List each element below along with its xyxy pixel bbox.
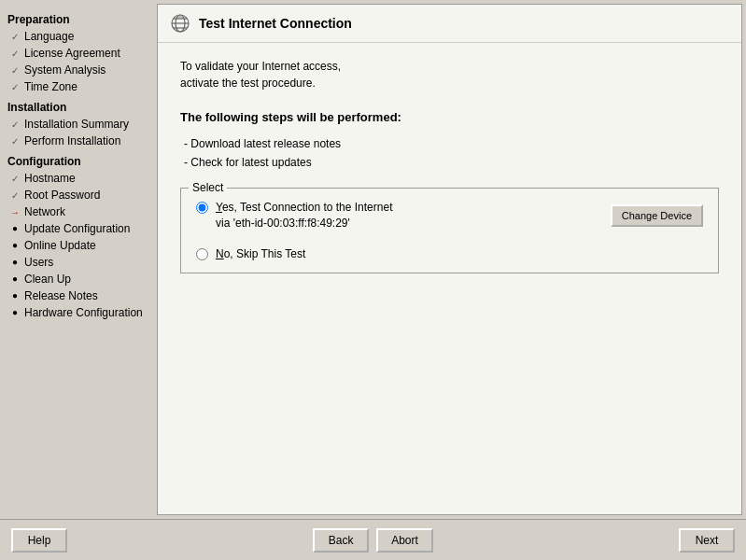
radio-yes-label[interactable]: Yes, Test Connection to the Internet via… xyxy=(216,200,392,231)
bullet-icon: ● xyxy=(7,224,22,233)
sidebar-section-preparation: Preparation xyxy=(0,7,157,28)
back-button[interactable]: Back xyxy=(313,528,369,553)
sidebar-item-network[interactable]: → Network xyxy=(0,203,157,220)
bullet-icon: ● xyxy=(7,291,22,301)
intro-line1: To validate your Internet access, xyxy=(180,58,719,75)
radio-no-option[interactable]: No, Skip This Test xyxy=(196,246,703,262)
sidebar-item-license[interactable]: ✓ License Agreement xyxy=(0,45,157,62)
sidebar-item-timezone[interactable]: ✓ Time Zone xyxy=(0,78,157,95)
sidebar-item-language[interactable]: ✓ Language xyxy=(0,28,157,45)
sidebar: Preparation ✓ Language ✓ License Agreeme… xyxy=(0,0,157,519)
sidebar-item-label: Hardware Configuration xyxy=(24,306,143,319)
bullet-icon: ● xyxy=(7,308,22,317)
check-icon: ✓ xyxy=(7,136,22,147)
radio-yes-input[interactable] xyxy=(196,202,208,214)
sidebar-item-label: Language xyxy=(24,30,74,43)
sidebar-item-label: Installation Summary xyxy=(24,118,129,131)
check-icon: ✓ xyxy=(7,119,22,130)
check-icon: ✓ xyxy=(7,49,22,59)
sidebar-item-online-update[interactable]: ● Online Update xyxy=(0,237,157,254)
change-device-button[interactable]: Change Device xyxy=(611,204,703,227)
bullet-icon: ● xyxy=(7,258,22,267)
select-box: Select Yes, Test Connection to the Inter… xyxy=(180,188,719,273)
check-icon: ✓ xyxy=(7,82,22,92)
sidebar-item-clean-up[interactable]: ● Clean Up xyxy=(0,271,157,287)
bottom-bar: Help Back Abort Next xyxy=(0,519,746,560)
bullet-icon: ● xyxy=(7,241,22,250)
sidebar-item-label: System Analysis xyxy=(24,63,106,77)
sidebar-section-installation: Installation xyxy=(0,95,157,116)
arrow-icon: → xyxy=(7,207,22,217)
svg-rect-5 xyxy=(177,15,183,19)
sidebar-section-configuration: Configuration xyxy=(0,149,157,170)
sidebar-item-label: License Agreement xyxy=(24,47,120,60)
steps-heading: The following steps will be performed: xyxy=(180,110,719,124)
check-icon: ✓ xyxy=(7,32,22,42)
next-button[interactable]: Next xyxy=(679,528,735,553)
network-icon xyxy=(169,12,191,35)
step-item: - Download latest release notes xyxy=(180,137,719,150)
page-title: Test Internet Connection xyxy=(199,16,352,31)
select-legend: Select xyxy=(189,181,227,194)
sidebar-item-label: Update Configuration xyxy=(24,222,130,235)
sidebar-item-system-analysis[interactable]: ✓ System Analysis xyxy=(0,62,157,78)
radio-yes-detail: via 'eth-id-00:03:ff:f8:49:29' xyxy=(216,217,350,230)
radio-no-label[interactable]: No, Skip This Test xyxy=(216,246,305,262)
sidebar-item-label: Release Notes xyxy=(24,289,98,302)
sidebar-item-release-notes[interactable]: ● Release Notes xyxy=(0,287,157,304)
check-icon: ✓ xyxy=(7,65,22,76)
sidebar-item-root-password[interactable]: ✓ Root Password xyxy=(0,187,157,203)
bottom-bar-right: Next xyxy=(679,528,735,553)
sidebar-item-label: Network xyxy=(24,205,65,218)
sidebar-item-hardware-configuration[interactable]: ● Hardware Configuration xyxy=(0,304,157,321)
content-area: Test Internet Connection To validate you… xyxy=(157,4,742,515)
sidebar-item-label: Root Password xyxy=(24,189,100,202)
sidebar-item-label: Clean Up xyxy=(24,273,71,286)
abort-button[interactable]: Abort xyxy=(376,528,433,553)
sidebar-item-installation-summary[interactable]: ✓ Installation Summary xyxy=(0,116,157,133)
help-button[interactable]: Help xyxy=(11,528,67,553)
sidebar-item-hostname[interactable]: ✓ Hostname xyxy=(0,170,157,187)
radio-yes-text: Yes, Test Connection to the Internet xyxy=(216,201,392,214)
step-item: - Check for latest updates xyxy=(180,156,719,169)
sidebar-item-label: Online Update xyxy=(24,239,96,252)
sidebar-item-label: Hostname xyxy=(24,172,76,185)
steps-list: - Download latest release notes - Check … xyxy=(180,137,719,169)
radio-no-text: o, Skip This Test xyxy=(224,247,306,260)
radio-yes-option[interactable]: Yes, Test Connection to the Internet via… xyxy=(196,200,703,231)
sidebar-item-update-configuration[interactable]: ● Update Configuration xyxy=(0,220,157,237)
check-icon: ✓ xyxy=(7,174,22,184)
check-icon: ✓ xyxy=(7,190,22,201)
bottom-bar-left: Help xyxy=(11,528,67,553)
sidebar-item-label: Users xyxy=(24,256,53,269)
intro-line2: activate the test procedure. xyxy=(180,75,719,91)
sidebar-item-users[interactable]: ● Users xyxy=(0,254,157,271)
radio-no-input[interactable] xyxy=(196,248,208,260)
sidebar-item-perform-installation[interactable]: ✓ Perform Installation xyxy=(0,133,157,149)
content-body: To validate your Internet access, activa… xyxy=(158,43,741,514)
bullet-icon: ● xyxy=(7,274,22,284)
sidebar-item-label: Perform Installation xyxy=(24,134,120,147)
sidebar-item-label: Time Zone xyxy=(24,80,77,93)
bottom-bar-center: Back Abort xyxy=(313,528,433,553)
content-header: Test Internet Connection xyxy=(158,5,741,43)
intro-text: To validate your Internet access, activa… xyxy=(180,58,719,91)
